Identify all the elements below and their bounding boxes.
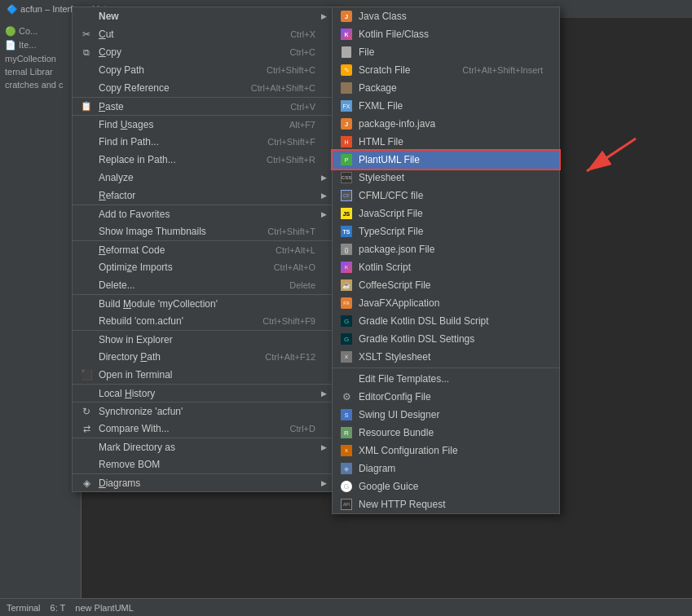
file-icon bbox=[339, 46, 354, 59]
sidebar-item-1: 🟢 Co... bbox=[0, 24, 81, 38]
edit-templates-label: Edit File Templates... bbox=[359, 373, 543, 385]
menu-item-open-terminal[interactable]: ⬛ Open in Terminal bbox=[73, 366, 332, 384]
submenu-cfml[interactable]: CF CFML/CFC file bbox=[333, 187, 559, 205]
submenu-kotlin-script[interactable]: K Kotlin Script bbox=[333, 258, 559, 276]
submenu-package-json[interactable]: {} package.json File bbox=[333, 240, 559, 258]
submenu-gradle-settings[interactable]: G Gradle Kotlin DSL Settings bbox=[333, 330, 559, 348]
statusbar-plantuml: new PlantUML bbox=[75, 603, 134, 613]
submenu-ts[interactable]: TS TypeScript File bbox=[333, 222, 559, 240]
menu-item-reformat[interactable]: Reformat Code Ctrl+Alt+L bbox=[73, 240, 332, 258]
dir-path-icon bbox=[79, 350, 94, 363]
submenu-edit-templates[interactable]: Edit File Templates... bbox=[333, 370, 559, 388]
submenu-google-guice[interactable]: G Google Guice bbox=[333, 477, 559, 495]
paste-label: Paste bbox=[99, 101, 266, 112]
menu-item-analyze[interactable]: Analyze bbox=[73, 169, 332, 187]
compare-label: Compare With... bbox=[99, 423, 266, 434]
menu-item-compare[interactable]: ⇄ Compare With... Ctrl+D bbox=[73, 420, 332, 438]
submenu-kotlin-file[interactable]: K Kotlin File/Class bbox=[333, 25, 559, 43]
thumbnails-icon bbox=[79, 225, 94, 238]
submenu-package[interactable]: Package bbox=[333, 79, 559, 97]
menu-item-find-path[interactable]: Find in Path... Ctrl+Shift+F bbox=[73, 133, 332, 151]
show-explorer-label: Show in Explorer bbox=[99, 334, 315, 345]
coffee-icon: ☕ bbox=[339, 279, 354, 292]
package-info-label: package-info.java bbox=[359, 118, 543, 130]
submenu-stylesheet[interactable]: CSS Stylesheet bbox=[333, 169, 559, 187]
rebuild-shortcut: Ctrl+Shift+F9 bbox=[262, 316, 315, 326]
fxml-label: FXML File bbox=[359, 100, 543, 112]
menu-item-show-explorer[interactable]: Show in Explorer bbox=[73, 330, 332, 348]
menu-item-copy[interactable]: ⧉ Copy Ctrl+C bbox=[73, 43, 332, 61]
submenu-js[interactable]: JS JavaScript File bbox=[333, 205, 559, 222]
submenu-resource-bundle[interactable]: R Resource Bundle bbox=[333, 424, 559, 442]
menu-item-add-favorites[interactable]: Add to Favorites bbox=[73, 205, 332, 222]
menu-item-build-module[interactable]: Build Module 'myCollection' bbox=[73, 294, 332, 312]
stylesheet-label: Stylesheet bbox=[359, 172, 543, 183]
kotlin-label: Kotlin File/Class bbox=[359, 29, 543, 40]
copy-path-shortcut: Ctrl+Shift+C bbox=[267, 65, 315, 75]
gradle-settings-label: Gradle Kotlin DSL Settings bbox=[359, 333, 543, 345]
submenu-editorconfig[interactable]: ⚙ EditorConfig File bbox=[333, 388, 559, 406]
http-icon: API bbox=[339, 498, 354, 511]
scissors-icon: ✂ bbox=[79, 28, 94, 41]
menu-item-find-usages[interactable]: Find Usages Alt+F7 bbox=[73, 115, 332, 133]
cfml-label: CFML/CFC file bbox=[359, 190, 543, 201]
file-label: File bbox=[359, 46, 543, 58]
menu-item-refactor[interactable]: Refactor bbox=[73, 187, 332, 205]
package-json-label: package.json File bbox=[359, 244, 543, 255]
menu-item-directory-path[interactable]: Directory Path Ctrl+Alt+F12 bbox=[73, 348, 332, 366]
menu-item-paste[interactable]: 📋 Paste Ctrl+V bbox=[73, 97, 332, 115]
google-guice-label: Google Guice bbox=[359, 481, 543, 492]
submenu-separator-1 bbox=[333, 367, 559, 368]
submenu-java-class[interactable]: J Java Class bbox=[333, 7, 559, 25]
history-icon bbox=[79, 387, 94, 400]
submenu-plantuml[interactable]: P PlantUML File bbox=[333, 151, 559, 169]
submenu-gradle-build[interactable]: G Gradle Kotlin DSL Build Script bbox=[333, 312, 559, 330]
cfml-icon: CF bbox=[339, 189, 354, 202]
menu-item-mark-dir[interactable]: Mark Directory as bbox=[73, 438, 332, 455]
editorconfig-label: EditorConfig File bbox=[359, 391, 543, 403]
menu-item-cut[interactable]: ✂ Cut Ctrl+X bbox=[73, 25, 332, 43]
menu-item-copy-path[interactable]: Copy Path Ctrl+Shift+C bbox=[73, 61, 332, 79]
menu-item-local-history[interactable]: Local History bbox=[73, 384, 332, 402]
submenu-xslt[interactable]: X XSLT Stylesheet bbox=[333, 348, 559, 366]
menu-item-new[interactable]: New J Java Class K Kotlin File/Class bbox=[73, 7, 332, 25]
cut-label: Cut bbox=[99, 29, 266, 40]
menu-item-thumbnails[interactable]: Show Image Thumbnails Ctrl+Shift+T bbox=[73, 222, 332, 240]
fxml-icon: FX bbox=[339, 99, 354, 112]
xslt-label: XSLT Stylesheet bbox=[359, 351, 543, 363]
analyze-label: Analyze bbox=[99, 172, 315, 183]
copy-icon: ⧉ bbox=[79, 46, 94, 59]
menu-item-diagrams[interactable]: ◈ Diagrams bbox=[73, 473, 332, 491]
submenu-coffeescript[interactable]: ☕ CoffeeScript File bbox=[333, 276, 559, 294]
submenu-swing[interactable]: S Swing UI Designer bbox=[333, 406, 559, 424]
context-menu: New J Java Class K Kotlin File/Class bbox=[72, 7, 333, 492]
xslt-icon: X bbox=[339, 350, 354, 363]
submenu-diagram[interactable]: ◈ Diagram bbox=[333, 460, 559, 477]
rebuild-icon bbox=[79, 315, 94, 328]
menu-item-copy-reference[interactable]: Copy Reference Ctrl+Alt+Shift+C bbox=[73, 79, 332, 97]
menu-item-rebuild[interactable]: Rebuild 'com.acfun' Ctrl+Shift+F9 bbox=[73, 312, 332, 330]
new-icon bbox=[79, 10, 94, 23]
diagram-icon: ◈ bbox=[339, 462, 354, 475]
plantuml-label: PlantUML File bbox=[359, 154, 543, 165]
menu-item-optimize[interactable]: Optimize Imports Ctrl+Alt+O bbox=[73, 258, 332, 276]
submenu-javafx[interactable]: FX JavaFXApplication bbox=[333, 294, 559, 312]
submenu-file[interactable]: File bbox=[333, 43, 559, 61]
submenu-scratch-file[interactable]: ✎ Scratch File Ctrl+Alt+Shift+Insert bbox=[333, 61, 559, 79]
submenu-package-info[interactable]: J package-info.java bbox=[333, 115, 559, 133]
diagram-label: Diagram bbox=[359, 463, 543, 474]
statusbar-tab[interactable]: 6: T bbox=[51, 603, 66, 613]
menu-item-delete[interactable]: Delete... Delete bbox=[73, 276, 332, 294]
menu-item-remove-bom[interactable]: Remove BOM bbox=[73, 455, 332, 473]
refactor-icon bbox=[79, 189, 94, 202]
plantuml-icon: P bbox=[339, 153, 354, 166]
submenu-xml-config[interactable]: X XML Configuration File bbox=[333, 442, 559, 460]
submenu-html[interactable]: H HTML File bbox=[333, 133, 559, 151]
statusbar-terminal[interactable]: Terminal bbox=[7, 603, 41, 613]
submenu-http-request[interactable]: API New HTTP Request bbox=[333, 495, 559, 513]
menu-item-replace-path[interactable]: Replace in Path... Ctrl+Shift+R bbox=[73, 151, 332, 169]
tab-label: 6: T bbox=[51, 603, 66, 613]
replace-path-icon bbox=[79, 153, 94, 166]
submenu-fxml[interactable]: FX FXML File bbox=[333, 97, 559, 115]
menu-item-synchronize[interactable]: ↻ Synchronize 'acfun' bbox=[73, 402, 332, 420]
